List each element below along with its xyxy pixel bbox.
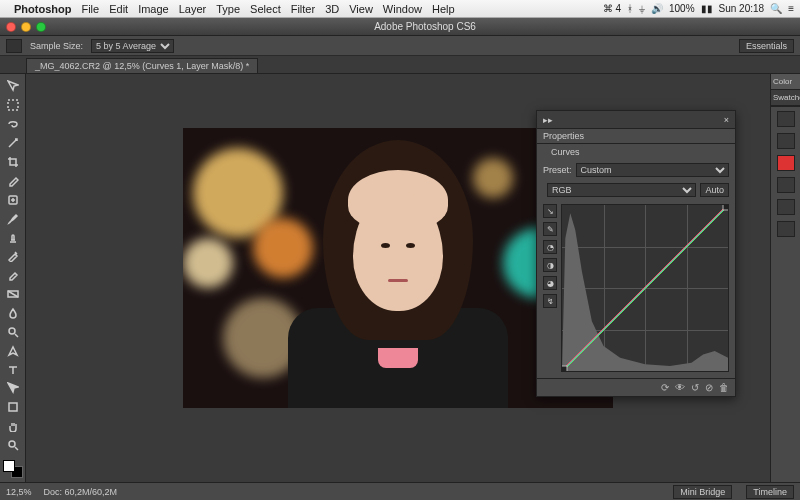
menu-view[interactable]: View bbox=[349, 3, 373, 15]
tool-preset-picker[interactable] bbox=[6, 39, 22, 53]
brush-tool[interactable] bbox=[3, 210, 23, 227]
window-title: Adobe Photoshop CS6 bbox=[56, 21, 794, 32]
menu-window[interactable]: Window bbox=[383, 3, 422, 15]
foreground-color[interactable] bbox=[3, 460, 15, 472]
hand-tool[interactable] bbox=[3, 418, 23, 435]
adjustment-name: Curves bbox=[551, 147, 580, 157]
move-tool[interactable] bbox=[3, 78, 23, 95]
svg-rect-12 bbox=[723, 205, 728, 210]
panel-collapse-icon[interactable]: ▸▸ bbox=[543, 115, 553, 125]
pen-tool[interactable] bbox=[3, 342, 23, 359]
traffic-lights bbox=[6, 22, 46, 32]
stamp-tool[interactable] bbox=[3, 229, 23, 246]
lasso-tool[interactable] bbox=[3, 116, 23, 133]
app-switcher-icon[interactable]: ⌘ 4 bbox=[603, 3, 621, 14]
dodge-tool[interactable] bbox=[3, 323, 23, 340]
heal-tool[interactable] bbox=[3, 191, 23, 208]
sample-size-label: Sample Size: bbox=[30, 41, 83, 51]
right-panel-dock: Color Swatches bbox=[770, 74, 800, 482]
menu-3d[interactable]: 3D bbox=[325, 3, 339, 15]
properties-tab[interactable]: Properties bbox=[537, 129, 735, 144]
svg-line-8 bbox=[562, 205, 728, 371]
history-brush-tool[interactable] bbox=[3, 248, 23, 265]
workspace-switcher[interactable]: Essentials bbox=[739, 39, 794, 53]
curve-point-tool[interactable]: ↘ bbox=[543, 204, 557, 218]
collapsed-panel-icon[interactable] bbox=[777, 155, 795, 171]
collapsed-panel-icon[interactable] bbox=[777, 177, 795, 193]
properties-panel[interactable]: ▸▸ × Properties Curves Preset: Custom RG… bbox=[536, 110, 736, 397]
mini-bridge-tab[interactable]: Mini Bridge bbox=[673, 485, 732, 499]
channel-select[interactable]: RGB bbox=[547, 183, 696, 197]
collapsed-panel-icon[interactable] bbox=[777, 221, 795, 237]
gradient-tool[interactable] bbox=[3, 286, 23, 303]
menu-filter[interactable]: Filter bbox=[291, 3, 315, 15]
zoom-button[interactable] bbox=[36, 22, 46, 32]
menu-file[interactable]: File bbox=[81, 3, 99, 15]
zoom-tool[interactable] bbox=[3, 437, 23, 454]
eraser-tool[interactable] bbox=[3, 267, 23, 284]
marquee-tool[interactable] bbox=[3, 97, 23, 114]
status-bar: 12,5% Doc: 60,2M/60,2M Mini Bridge Timel… bbox=[0, 482, 800, 500]
panel-close-icon[interactable]: × bbox=[724, 115, 729, 125]
trash-icon[interactable]: 🗑 bbox=[719, 382, 729, 393]
menu-edit[interactable]: Edit bbox=[109, 3, 128, 15]
panel-header[interactable]: ▸▸ × bbox=[537, 111, 735, 129]
properties-tab-label: Properties bbox=[543, 131, 584, 141]
type-tool[interactable] bbox=[3, 361, 23, 378]
sample-size-select[interactable]: 5 by 5 Average bbox=[91, 39, 174, 53]
document-tab[interactable]: _MG_4062.CR2 @ 12,5% (Curves 1, Layer Ma… bbox=[26, 58, 258, 73]
svg-rect-11 bbox=[562, 366, 567, 371]
svg-rect-4 bbox=[9, 403, 17, 411]
menu-image[interactable]: Image bbox=[138, 3, 169, 15]
clip-to-layer-icon[interactable]: ⟳ bbox=[661, 382, 669, 393]
curve-side-tools: ↘ ✎ ◔ ◑ ◕ ↯ bbox=[543, 204, 557, 372]
notification-icon[interactable]: ≡ bbox=[788, 3, 794, 14]
sample-white-icon[interactable]: ◕ bbox=[543, 276, 557, 290]
doc-info[interactable]: Doc: 60,2M/60,2M bbox=[44, 487, 118, 497]
clock[interactable]: Sun 20:18 bbox=[719, 3, 765, 14]
path-tool[interactable] bbox=[3, 380, 23, 397]
collapsed-panel-icon[interactable] bbox=[777, 199, 795, 215]
wand-tool[interactable] bbox=[3, 135, 23, 152]
curve-smoother-icon[interactable]: ↯ bbox=[543, 294, 557, 308]
window-titlebar[interactable]: Adobe Photoshop CS6 bbox=[0, 18, 800, 36]
toggle-visibility-icon[interactable]: 👁 bbox=[675, 382, 685, 393]
menu-help[interactable]: Help bbox=[432, 3, 455, 15]
canvas-area[interactable]: ▸▸ × Properties Curves Preset: Custom RG… bbox=[26, 74, 770, 482]
sample-gray-icon[interactable]: ◑ bbox=[543, 258, 557, 272]
preset-select[interactable]: Custom bbox=[576, 163, 729, 177]
zoom-level[interactable]: 12,5% bbox=[6, 487, 32, 497]
shape-tool[interactable] bbox=[3, 399, 23, 416]
volume-icon[interactable]: 🔊 bbox=[651, 3, 663, 14]
timeline-tab[interactable]: Timeline bbox=[746, 485, 794, 499]
app-menu[interactable]: Photoshop bbox=[14, 3, 71, 15]
svg-point-5 bbox=[9, 441, 15, 447]
bluetooth-icon[interactable]: ᚼ bbox=[627, 3, 633, 14]
menu-select[interactable]: Select bbox=[250, 3, 281, 15]
reset-icon[interactable]: ↺ bbox=[691, 382, 699, 393]
sample-black-icon[interactable]: ◔ bbox=[543, 240, 557, 254]
menu-layer[interactable]: Layer bbox=[179, 3, 207, 15]
color-swatches[interactable] bbox=[3, 460, 23, 479]
eyedropper-tool[interactable] bbox=[3, 172, 23, 189]
collapsed-panel-icon[interactable] bbox=[777, 111, 795, 127]
preset-label: Preset: bbox=[543, 165, 572, 175]
collapsed-panel-icon[interactable] bbox=[777, 133, 795, 149]
close-button[interactable] bbox=[6, 22, 16, 32]
blur-tool[interactable] bbox=[3, 305, 23, 322]
crop-tool[interactable] bbox=[3, 154, 23, 171]
color-panel-tab[interactable]: Color bbox=[771, 74, 800, 90]
previous-state-icon[interactable]: ⊘ bbox=[705, 382, 713, 393]
swatches-panel-tab[interactable]: Swatches bbox=[771, 90, 800, 106]
minimize-button[interactable] bbox=[21, 22, 31, 32]
curve-pencil-tool[interactable]: ✎ bbox=[543, 222, 557, 236]
mac-status-area: ⌘ 4 ᚼ ⏚ 🔊 100% ▮▮ Sun 20:18 🔍 ≡ bbox=[603, 3, 794, 14]
options-bar: Sample Size: 5 by 5 Average Essentials bbox=[0, 36, 800, 56]
battery-icon[interactable]: ▮▮ bbox=[701, 3, 713, 14]
curves-graph[interactable] bbox=[561, 204, 729, 372]
menu-type[interactable]: Type bbox=[216, 3, 240, 15]
adjustment-strip: Curves bbox=[537, 144, 735, 160]
auto-button[interactable]: Auto bbox=[700, 183, 729, 197]
spotlight-icon[interactable]: 🔍 bbox=[770, 3, 782, 14]
wifi-icon[interactable]: ⏚ bbox=[639, 3, 645, 14]
